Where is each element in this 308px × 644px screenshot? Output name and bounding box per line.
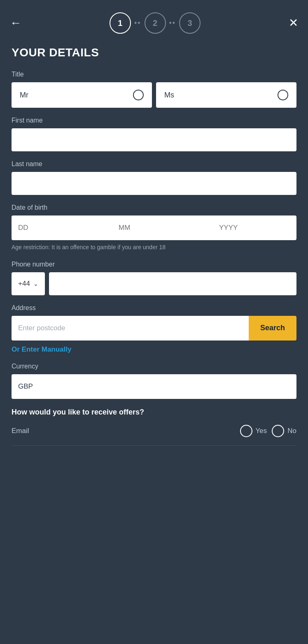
postcode-input[interactable] (12, 316, 249, 341)
first-name-label: First name (12, 117, 296, 124)
title-mr-radio (133, 90, 144, 100)
phone-container: +44 ⌄ (12, 272, 296, 295)
email-offer-label: Email (12, 427, 240, 435)
phone-field-group: Phone number +44 ⌄ (12, 261, 296, 295)
email-offer-options: Yes No (240, 425, 296, 437)
dob-field-group: Date of birth Age restriction: It is an … (12, 204, 296, 252)
first-name-field-group: First name (12, 117, 296, 151)
phone-country-code: +44 (18, 280, 30, 288)
dob-dd-input[interactable] (12, 215, 112, 240)
email-offer-row: Email Yes No (12, 425, 296, 439)
last-name-label: Last name (12, 160, 296, 168)
main-content: YOUR DETAILS Title Mr Ms First name Last (0, 42, 308, 471)
search-button[interactable]: Search (249, 316, 296, 341)
dob-container (12, 215, 296, 240)
title-ms-radio (278, 90, 288, 100)
email-no-option[interactable]: No (272, 425, 296, 437)
phone-country-selector[interactable]: +44 ⌄ (12, 272, 45, 295)
title-label: Title (12, 71, 296, 78)
currency-label: Currency (12, 363, 296, 370)
step-indicator: 1 •• 2 •• 3 (110, 12, 201, 34)
email-yes-radio (240, 425, 252, 437)
title-mr-option[interactable]: Mr (12, 82, 152, 108)
email-no-label: No (287, 427, 296, 435)
offers-field-group: How would you like to receive offers? Em… (12, 408, 296, 446)
step-2-circle: 2 (145, 12, 166, 34)
email-no-radio (272, 425, 284, 437)
currency-field-group: Currency (12, 363, 296, 399)
address-label: Address (12, 304, 296, 312)
step-dots-2: •• (169, 19, 176, 28)
last-name-field-group: Last name (12, 160, 296, 195)
dob-yyyy-input[interactable] (212, 215, 296, 240)
close-button[interactable]: ✕ (289, 17, 298, 29)
enter-manually-link[interactable]: Or Enter Manually (12, 345, 71, 354)
title-options: Mr Ms (12, 82, 296, 108)
dob-mm-input[interactable] (112, 215, 212, 240)
page-title: YOUR DETAILS (12, 46, 296, 59)
email-yes-option[interactable]: Yes (240, 425, 267, 437)
offers-title: How would you like to receive offers? (12, 408, 296, 417)
title-mr-label: Mr (20, 91, 28, 100)
phone-number-input[interactable] (49, 272, 296, 295)
chevron-down-icon: ⌄ (33, 280, 38, 287)
email-yes-label: Yes (256, 427, 267, 435)
age-restriction-notice: Age restriction: It is an offence to gam… (12, 243, 296, 252)
step-dots-1: •• (134, 19, 141, 28)
header: ← 1 •• 2 •• 3 ✕ (0, 0, 308, 42)
first-name-input[interactable] (12, 128, 296, 151)
phone-label: Phone number (12, 261, 296, 268)
title-ms-label: Ms (164, 91, 174, 100)
last-name-input[interactable] (12, 172, 296, 195)
address-field-group: Address Search Or Enter Manually (12, 304, 296, 354)
offers-divider (12, 445, 296, 446)
postcode-container: Search (12, 316, 296, 341)
dob-label: Date of birth (12, 204, 296, 211)
back-button[interactable]: ← (10, 17, 21, 29)
title-field-group: Title Mr Ms (12, 71, 296, 108)
currency-input[interactable] (12, 374, 296, 399)
page-container: ← 1 •• 2 •• 3 ✕ YOUR DETAILS Title Mr (0, 0, 308, 644)
step-3-circle: 3 (179, 12, 201, 34)
step-1-circle: 1 (110, 12, 131, 34)
title-ms-option[interactable]: Ms (156, 82, 296, 108)
